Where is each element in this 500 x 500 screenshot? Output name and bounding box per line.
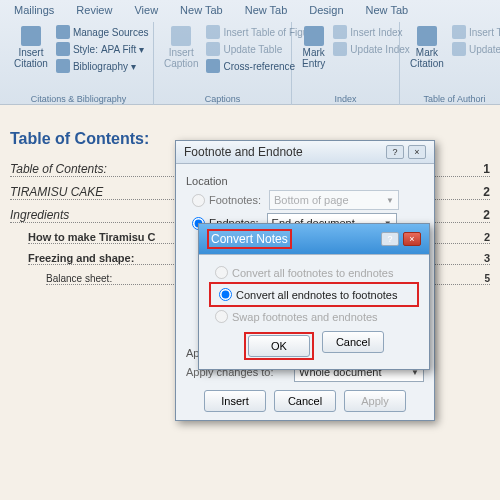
tab-new2[interactable]: New Tab xyxy=(235,2,298,20)
help-icon[interactable]: ? xyxy=(386,145,404,159)
caption-icon xyxy=(171,26,191,46)
location-label: Location xyxy=(186,175,424,187)
toa-icon xyxy=(452,25,466,39)
mark-citation-icon xyxy=(417,26,437,46)
tab-design[interactable]: Design xyxy=(299,2,353,20)
style-select[interactable]: Style: APA Fift ▾ xyxy=(54,41,151,57)
dialog-title: Footnote and Endnote xyxy=(184,145,303,159)
style-icon xyxy=(56,42,70,56)
tab-new1[interactable]: New Tab xyxy=(170,2,233,20)
update-index-icon xyxy=(333,42,347,56)
ribbon: Mailings Review View New Tab New Tab Des… xyxy=(0,0,500,105)
group-citations-label: Citations & Bibliography xyxy=(4,94,153,104)
group-captions-label: Captions xyxy=(154,94,291,104)
insert-citation-label: Insert Citation xyxy=(14,47,48,69)
tab-mailings[interactable]: Mailings xyxy=(4,2,64,20)
swap-radio: Swap footnotes and endnotes xyxy=(215,310,419,323)
cross-icon xyxy=(206,59,220,73)
insert-toa-button[interactable]: Insert Tabl xyxy=(450,24,500,40)
manage-sources-button[interactable]: Manage Sources xyxy=(54,24,151,40)
update-toa-icon xyxy=(452,42,466,56)
citation-icon xyxy=(21,26,41,46)
tab-review[interactable]: Review xyxy=(66,2,122,20)
bibliography-button[interactable]: Bibliography ▾ xyxy=(54,58,151,74)
dialog-title: Convert Notes xyxy=(207,229,292,249)
dialog-titlebar[interactable]: Convert Notes ? × xyxy=(199,224,429,255)
cancel-button[interactable]: Cancel xyxy=(274,390,336,412)
mark-entry-icon xyxy=(304,26,324,46)
mark-citation-button[interactable]: Mark Citation xyxy=(406,24,448,71)
close-icon[interactable]: × xyxy=(408,145,426,159)
mark-citation-label: Mark Citation xyxy=(410,47,444,69)
ok-button[interactable]: OK xyxy=(248,335,310,357)
close-icon[interactable]: × xyxy=(403,232,421,246)
insert-index-icon xyxy=(333,25,347,39)
group-toa-label: Table of Authori xyxy=(400,94,500,104)
convert-en-to-fn-radio[interactable]: Convert all endnotes to footnotes xyxy=(219,288,415,301)
dialog-titlebar[interactable]: Footnote and Endnote ? × xyxy=(176,141,434,164)
biblio-icon xyxy=(56,59,70,73)
tab-new3[interactable]: New Tab xyxy=(356,2,419,20)
footnotes-radio[interactable] xyxy=(192,194,205,207)
convert-fn-to-en-radio: Convert all footnotes to endnotes xyxy=(215,266,419,279)
insert-caption-label: Insert Caption xyxy=(164,47,198,69)
insert-caption-button[interactable]: Insert Caption xyxy=(160,24,202,74)
help-icon[interactable]: ? xyxy=(381,232,399,246)
insert-citation-button[interactable]: Insert Citation xyxy=(10,24,52,74)
apply-button[interactable]: Apply xyxy=(344,390,406,412)
mark-entry-button[interactable]: Mark Entry xyxy=(298,24,329,71)
insert-button[interactable]: Insert xyxy=(204,390,266,412)
ribbon-tabs: Mailings Review View New Tab New Tab Des… xyxy=(0,0,500,20)
footnotes-location-select[interactable]: Bottom of page▼ xyxy=(269,190,399,210)
cancel-button[interactable]: Cancel xyxy=(322,331,384,353)
update-icon xyxy=(206,42,220,56)
footnotes-radio-row[interactable]: Footnotes: Bottom of page▼ xyxy=(192,190,424,210)
figures-icon xyxy=(206,25,220,39)
convert-notes-dialog: Convert Notes ? × Convert all footnotes … xyxy=(198,223,430,370)
chevron-down-icon: ▼ xyxy=(386,196,394,205)
tab-view[interactable]: View xyxy=(124,2,168,20)
update-toa-button[interactable]: Update Tabl xyxy=(450,41,500,57)
mark-entry-label: Mark Entry xyxy=(302,47,325,69)
sources-icon xyxy=(56,25,70,39)
group-index-label: Index xyxy=(292,94,399,104)
